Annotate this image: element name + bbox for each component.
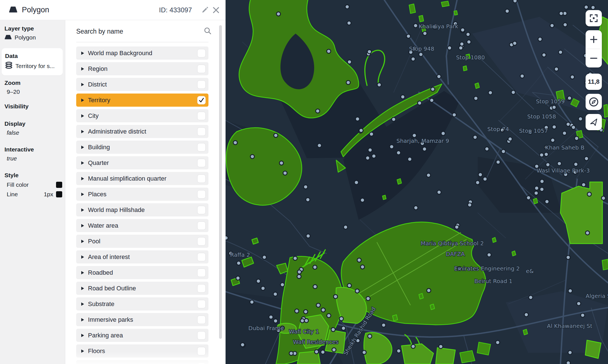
poi-dot (277, 12, 280, 16)
poi-dot (544, 152, 548, 156)
poi-dot (390, 145, 394, 149)
close-icon[interactable] (210, 4, 222, 16)
layer-checkbox[interactable] (197, 237, 206, 246)
layer-checkbox[interactable] (197, 253, 206, 261)
layer-checkbox[interactable] (197, 159, 206, 167)
search-input[interactable] (76, 28, 204, 35)
layer-row[interactable]: Area of interest (76, 250, 208, 263)
triangle-right-icon[interactable] (81, 67, 84, 71)
triangle-right-icon[interactable] (81, 271, 84, 274)
layer-checkbox[interactable] (197, 65, 206, 73)
layer-row[interactable]: Substrate (76, 297, 208, 311)
layer-checkbox[interactable] (197, 127, 206, 136)
layer-checkbox[interactable] (197, 363, 206, 364)
layer-row[interactable]: Pool (76, 235, 208, 248)
layer-row[interactable]: City (76, 109, 208, 122)
layer-row[interactable]: Territory (76, 94, 208, 107)
triangle-right-icon[interactable] (81, 99, 84, 102)
poi-dot (327, 49, 331, 53)
poi-dot (401, 95, 405, 99)
triangle-right-icon[interactable] (81, 161, 84, 165)
fullscreen-button[interactable] (586, 10, 602, 26)
layer-checkbox[interactable] (197, 96, 206, 104)
triangle-right-icon[interactable] (81, 177, 84, 180)
poi-dot (256, 279, 260, 283)
layer-checkbox[interactable] (197, 316, 206, 324)
zoom-out-button[interactable] (586, 49, 602, 67)
layer-row-label: Territory (88, 97, 197, 104)
line-color-swatch[interactable] (56, 191, 62, 197)
poi-dot (347, 284, 351, 288)
layer-row-label: District (88, 81, 197, 88)
layer-list-panel: World map BackgroundRegionDistrictTerrit… (65, 20, 226, 364)
triangle-right-icon[interactable] (81, 349, 84, 353)
triangle-right-icon[interactable] (81, 146, 84, 149)
layer-row[interactable]: Water area (76, 219, 208, 232)
compass-button[interactable] (586, 94, 602, 110)
layer-row[interactable] (76, 360, 208, 364)
map-label: Wasl Village Park-3 (537, 167, 590, 174)
object-id: ID: 433097 (159, 6, 192, 14)
layer-row[interactable]: Places (76, 188, 208, 201)
layer-checkbox[interactable] (197, 331, 206, 340)
layer-row[interactable]: Parking area (76, 329, 208, 342)
poi-dot (316, 109, 320, 113)
layer-checkbox[interactable] (197, 206, 206, 214)
scrollbar[interactable] (219, 25, 222, 339)
poi-dot (396, 151, 400, 155)
layer-checkbox[interactable] (197, 190, 206, 199)
layer-row[interactable]: Administrative district (76, 125, 208, 138)
poi-dot (570, 75, 574, 79)
triangle-right-icon[interactable] (81, 130, 84, 133)
map-canvas[interactable]: Khalidiya ParkStop 948Stop 1080Sharjah, … (226, 0, 608, 364)
edit-button[interactable] (199, 4, 210, 16)
layer-checkbox[interactable] (197, 300, 206, 308)
prop-style: Style Fill color Line 1px (4, 172, 62, 198)
layer-row-label: Region (88, 65, 197, 73)
layer-row-label: Immersive parks (88, 316, 197, 323)
triangle-right-icon[interactable] (81, 114, 84, 118)
prop-data-card[interactable]: Data Territory for s... (2, 48, 63, 75)
layer-row[interactable]: Floors (76, 344, 208, 358)
layer-row[interactable]: Region (76, 62, 208, 75)
layer-checkbox[interactable] (197, 269, 206, 277)
navigation-arrow-button[interactable] (586, 114, 602, 130)
panel-header: Polygon ID: 433097 (0, 0, 226, 20)
search-icon[interactable] (204, 27, 212, 36)
map-label: Stop 1058 (527, 113, 556, 120)
triangle-right-icon[interactable] (81, 255, 84, 259)
layer-row[interactable]: Manual simplification quarter (76, 172, 208, 185)
triangle-right-icon[interactable] (81, 224, 84, 227)
zoom-in-button[interactable] (586, 30, 602, 49)
triangle-right-icon[interactable] (81, 193, 84, 196)
triangle-right-icon[interactable] (81, 52, 84, 55)
layer-checkbox[interactable] (197, 112, 206, 120)
triangle-right-icon[interactable] (81, 318, 84, 321)
layer-row[interactable]: Building (76, 141, 208, 154)
triangle-right-icon[interactable] (81, 287, 84, 290)
triangle-right-icon[interactable] (81, 302, 84, 306)
triangle-right-icon[interactable] (81, 240, 84, 243)
layer-row[interactable]: World map Hillshade (76, 203, 208, 216)
layer-checkbox[interactable] (197, 49, 206, 57)
layer-checkbox[interactable] (197, 80, 206, 89)
fill-color-swatch[interactable] (56, 182, 62, 188)
layer-checkbox[interactable] (197, 221, 206, 230)
poi-dot (524, 313, 528, 317)
triangle-right-icon[interactable] (81, 83, 84, 86)
layer-checkbox[interactable] (197, 143, 206, 151)
triangle-right-icon[interactable] (81, 208, 84, 212)
layer-row[interactable]: World map Background (76, 46, 208, 60)
layer-row[interactable]: Roadbed (76, 266, 208, 279)
layer-row[interactable]: Quarter (76, 156, 208, 169)
layer-checkbox[interactable] (197, 284, 206, 293)
layer-row[interactable]: District (76, 78, 208, 91)
poi-dot (574, 162, 578, 166)
triangle-right-icon[interactable] (81, 334, 84, 337)
layer-checkbox[interactable] (197, 174, 206, 183)
poi-dot (295, 309, 299, 313)
layer-row[interactable]: Road bed Outline (76, 282, 208, 295)
poi-dot (551, 138, 555, 142)
layer-checkbox[interactable] (197, 347, 206, 355)
layer-row[interactable]: Immersive parks (76, 313, 208, 326)
